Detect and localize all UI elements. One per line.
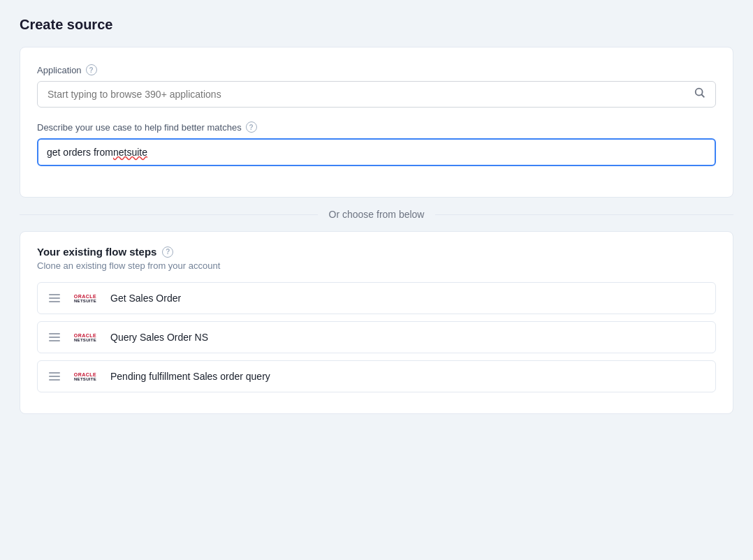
netsuite-logo-3: ORACLE NETSUITE (70, 372, 101, 381)
application-label: Application ? (37, 64, 716, 75)
existing-flows-subtitle: Clone an existing flow step from your ac… (37, 260, 716, 271)
flow-name-3: Pending fulfillment Sales order query (110, 371, 270, 382)
hamburger-icon-3 (49, 372, 60, 381)
use-case-input-wrapper: get orders from netsuite (37, 138, 716, 166)
divider-text: Or choose from below (329, 209, 425, 220)
netsuite-logo-2: ORACLE NETSUITE (70, 333, 101, 342)
divider-line-left (20, 214, 318, 215)
existing-flows-card: Your existing flow steps ? Clone an exis… (20, 231, 733, 414)
divider-section: Or choose from below (20, 209, 733, 220)
page-title: Create source (20, 17, 733, 33)
search-icon (694, 87, 706, 102)
application-help-icon[interactable]: ? (86, 64, 97, 75)
flow-item-3[interactable]: ORACLE NETSUITE Pending fulfillment Sale… (37, 360, 716, 392)
application-search-input[interactable] (37, 81, 716, 108)
flow-name-1: Get Sales Order (110, 293, 181, 304)
use-case-help-icon[interactable]: ? (246, 121, 257, 133)
application-search-wrapper (37, 81, 716, 108)
flow-name-2: Query Sales Order NS (110, 332, 208, 343)
svg-line-1 (701, 94, 704, 97)
use-case-field-group: Describe your use case to help find bett… (37, 121, 716, 166)
flow-item-1[interactable]: ORACLE NETSUITE Get Sales Order (37, 282, 716, 314)
existing-flows-help-icon[interactable]: ? (162, 246, 173, 258)
divider-line-right (435, 214, 733, 215)
svg-point-0 (696, 89, 703, 96)
application-field-group: Application ? (37, 64, 716, 108)
hamburger-icon-2 (49, 333, 60, 341)
flow-item-2[interactable]: ORACLE NETSUITE Query Sales Order NS (37, 321, 716, 353)
use-case-input[interactable] (37, 138, 716, 166)
existing-flows-title: Your existing flow steps ? (37, 246, 716, 258)
use-case-label: Describe your use case to help find bett… (37, 121, 716, 133)
netsuite-logo-1: ORACLE NETSUITE (70, 294, 101, 303)
hamburger-icon-1 (49, 294, 60, 302)
create-source-card: Application ? Describe your use case to … (20, 47, 733, 198)
